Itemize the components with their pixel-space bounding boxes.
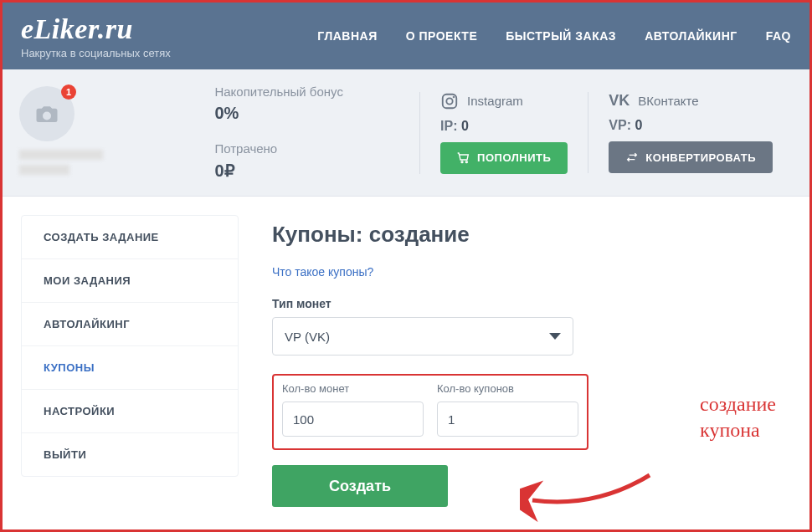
content-area: Купоны: создание Что такое купоны? Тип м… (272, 215, 791, 507)
vk-icon: VK (609, 92, 630, 110)
ip-label: IP: (440, 119, 457, 133)
instagram-icon (440, 92, 459, 110)
user-block: 1 (19, 86, 214, 180)
vp-label: VP: (609, 118, 631, 132)
nav-quick-order[interactable]: БЫСТРЫЙ ЗАКАЗ (506, 29, 616, 43)
coupons-amount-label: Кол-во купонов (437, 382, 578, 395)
nav-about[interactable]: О ПРОЕКТЕ (406, 29, 478, 43)
sidebar-item-my-tasks[interactable]: МОИ ЗАДАНИЯ (22, 259, 238, 303)
convert-label: КОНВЕРТИРОВАТЬ (645, 151, 756, 164)
coin-type-select[interactable]: VP (VK) (272, 317, 573, 356)
replenish-label: ПОПОЛНИТЬ (477, 151, 551, 164)
annotation-arrow-icon (520, 467, 654, 525)
vk-balance: VK ВКонтакте VP: 0 КОНВЕРТИРОВАТЬ (588, 92, 793, 173)
sidebar-item-coupons[interactable]: КУПОНЫ (22, 346, 238, 390)
spent-value: 0₽ (214, 161, 394, 181)
create-button[interactable]: Создать (272, 465, 448, 507)
logo-block: eLiker.ru Накрутка в социальных сетях (21, 13, 171, 59)
nav-faq[interactable]: FAQ (766, 29, 791, 43)
instagram-label: Instagram (467, 94, 523, 108)
sidebar: СОЗДАТЬ ЗАДАНИЕ МОИ ЗАДАНИЯ АВТОЛАЙКИНГ … (21, 215, 239, 477)
bonus-column: Накопительный бонус 0% Потрачено 0₽ (214, 84, 419, 181)
site-tagline: Накрутка в социальных сетях (21, 47, 171, 59)
sidebar-item-create-task[interactable]: СОЗДАТЬ ЗАДАНИЕ (22, 216, 238, 259)
spent-label: Потрачено (214, 141, 394, 156)
avatar[interactable]: 1 (19, 86, 75, 141)
replenish-button[interactable]: ПОПОЛНИТЬ (440, 142, 568, 174)
bonus-label: Накопительный бонус (214, 84, 394, 99)
instagram-balance: Instagram IP: 0 ПОПОЛНИТЬ (419, 92, 588, 174)
ip-value: 0 (461, 119, 469, 133)
page-title: Купоны: создание (272, 222, 791, 248)
annotation-text: создание купона (700, 391, 776, 443)
coins-amount-input[interactable] (282, 402, 424, 437)
notification-badge[interactable]: 1 (61, 84, 76, 100)
vk-label: ВКонтакте (638, 94, 698, 108)
swap-icon (625, 151, 639, 164)
coin-type-label: Тип монет (272, 297, 791, 310)
sidebar-item-logout[interactable]: ВЫЙТИ (22, 433, 238, 476)
header-bar: eLiker.ru Накрутка в социальных сетях ГЛ… (3, 3, 809, 69)
username-placeholder (19, 150, 120, 180)
vp-value: 0 (635, 118, 642, 132)
cart-icon (457, 151, 470, 165)
nav-home[interactable]: ГЛАВНАЯ (317, 29, 377, 43)
stats-bar: 1 Накопительный бонус 0% Потрачено 0₽ In… (3, 69, 809, 197)
nav-autoliking[interactable]: АВТОЛАЙКИНГ (645, 29, 737, 43)
coupons-amount-input[interactable] (437, 402, 578, 437)
svg-point-1 (446, 98, 452, 104)
main-area: СОЗДАТЬ ЗАДАНИЕ МОИ ЗАДАНИЯ АВТОЛАЙКИНГ … (3, 197, 809, 525)
help-link[interactable]: Что такое купоны? (272, 265, 373, 279)
sidebar-item-autoliking[interactable]: АВТОЛАЙКИНГ (22, 303, 238, 346)
coin-type-value: VP (VK) (285, 330, 330, 344)
sidebar-item-settings[interactable]: НАСТРОЙКИ (22, 390, 238, 433)
coins-amount-label: Кол-во монет (282, 382, 424, 395)
main-nav: ГЛАВНАЯ О ПРОЕКТЕ БЫСТРЫЙ ЗАКАЗ АВТОЛАЙК… (317, 29, 791, 43)
coupon-inputs-highlight: Кол-во монет Кол-во купонов (272, 374, 588, 450)
convert-button[interactable]: КОНВЕРТИРОВАТЬ (609, 141, 773, 173)
svg-point-2 (453, 96, 455, 98)
camera-icon (34, 101, 59, 126)
svg-point-3 (461, 161, 463, 162)
chevron-down-icon (549, 333, 561, 340)
svg-point-4 (465, 161, 467, 162)
site-logo[interactable]: eLiker.ru (21, 13, 171, 45)
bonus-value: 0% (214, 104, 394, 123)
